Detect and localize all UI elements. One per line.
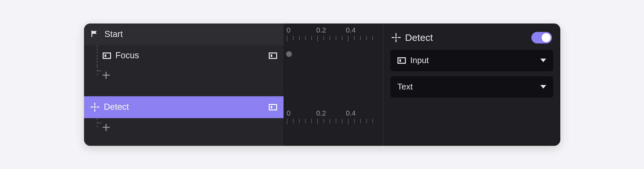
tree-gap [84,85,284,96]
tree-node-label: Start [105,29,277,39]
tree-guide [97,118,98,127]
crosshair-icon [90,103,99,112]
tree-node-detect[interactable]: Detect [84,96,284,118]
timeline-tick-labels: 0 0.2 0.4 [284,26,383,34]
main-panel: Start Focus Detect 0 [84,23,560,146]
timeline-track-start[interactable]: 0 0.2 0.4 [284,23,383,65]
inspector-title: Detect [405,32,531,43]
crosshair-icon [392,33,401,42]
plus-icon [103,124,110,131]
chevron-down-icon [540,59,546,62]
detect-type-select[interactable]: Text [390,76,553,98]
input-box-icon [103,52,111,59]
tree-node-label: Focus [116,51,269,61]
timeline-spacer [284,65,383,107]
input-box-icon [397,57,406,64]
toggle-knob [542,33,551,42]
input-box-icon [269,104,277,110]
tree-node-label: Detect [104,102,269,112]
tick-label: 0.4 [346,109,359,117]
action-tree: Start Focus Detect [84,23,284,146]
tick-label: 0 [287,109,300,117]
tree-node-focus[interactable]: Focus [84,45,284,66]
keyframe-marker[interactable] [286,51,292,57]
enable-toggle[interactable] [531,32,552,43]
tree-node-start[interactable]: Start [84,23,284,45]
timeline-track-detect[interactable]: 0 0.2 0.4 [284,107,383,142]
tree-guide [97,66,98,75]
timeline-ruler [287,119,383,125]
chevron-down-icon [540,85,546,89]
inspector-panel: Detect Input Text [383,23,560,146]
tree-guide [97,45,98,66]
tree-add-under-start[interactable] [84,66,284,85]
timeline-ruler [287,36,383,42]
plus-icon [103,72,110,79]
inspector-header: Detect [390,29,553,50]
tick-label: 0.4 [346,26,359,34]
input-target-select[interactable]: Input [390,50,553,71]
select-value: Text [397,82,540,92]
timeline-panel: 0 0.2 0.4 0 0.2 0.4 [284,23,383,146]
select-value: Input [410,55,540,65]
tick-label: 0.2 [316,26,329,34]
tree-add-under-detect[interactable] [84,118,284,137]
tick-label: 0.2 [316,109,329,117]
flag-icon [90,30,100,39]
input-box-icon [269,52,277,59]
timeline-tick-labels: 0 0.2 0.4 [284,109,383,117]
tick-label: 0 [287,26,300,34]
